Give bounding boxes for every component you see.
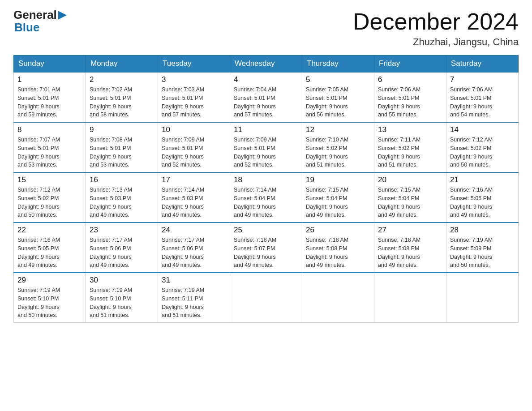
day-info: Sunrise: 7:11 AM Sunset: 5:02 PM Dayligh…	[378, 136, 442, 169]
day-number: 2	[90, 75, 154, 84]
calendar-week-row-4: 22 Sunrise: 7:16 AM Sunset: 5:05 PM Dayl…	[14, 223, 519, 273]
calendar-cell: 16 Sunrise: 7:13 AM Sunset: 5:03 PM Dayl…	[86, 172, 158, 223]
day-info: Sunrise: 7:18 AM Sunset: 5:07 PM Dayligh…	[234, 236, 298, 270]
day-info: Sunrise: 7:19 AM Sunset: 5:10 PM Dayligh…	[17, 286, 82, 320]
day-number: 31	[162, 276, 226, 285]
calendar-cell: 18 Sunrise: 7:14 AM Sunset: 5:04 PM Dayl…	[230, 172, 302, 223]
day-info: Sunrise: 7:12 AM Sunset: 5:02 PM Dayligh…	[17, 186, 82, 219]
calendar-cell: 28 Sunrise: 7:19 AM Sunset: 5:09 PM Dayl…	[446, 223, 519, 273]
calendar-cell: 3 Sunrise: 7:03 AM Sunset: 5:01 PM Dayli…	[158, 72, 230, 122]
day-info: Sunrise: 7:06 AM Sunset: 5:01 PM Dayligh…	[450, 86, 515, 119]
calendar-cell: 21 Sunrise: 7:16 AM Sunset: 5:05 PM Dayl…	[446, 172, 519, 223]
day-info: Sunrise: 7:12 AM Sunset: 5:02 PM Dayligh…	[450, 136, 515, 169]
day-info: Sunrise: 7:04 AM Sunset: 5:01 PM Dayligh…	[234, 86, 298, 119]
day-info: Sunrise: 7:15 AM Sunset: 5:04 PM Dayligh…	[306, 186, 370, 219]
calendar-header-row: Sunday Monday Tuesday Wednesday Thursday…	[14, 56, 519, 73]
calendar-cell: 12 Sunrise: 7:10 AM Sunset: 5:02 PM Dayl…	[302, 122, 374, 172]
logo-general-text: General	[13, 9, 57, 21]
calendar-cell: 9 Sunrise: 7:08 AM Sunset: 5:01 PM Dayli…	[86, 122, 158, 172]
calendar-cell: 10 Sunrise: 7:09 AM Sunset: 5:01 PM Dayl…	[158, 122, 230, 172]
day-info: Sunrise: 7:16 AM Sunset: 5:05 PM Dayligh…	[17, 236, 82, 270]
col-wednesday: Wednesday	[230, 56, 302, 73]
day-number: 6	[378, 75, 442, 84]
calendar-cell: 14 Sunrise: 7:12 AM Sunset: 5:02 PM Dayl…	[446, 122, 519, 172]
header: General Blue December 2024 Zhuzhai, Jian…	[13, 9, 519, 48]
calendar-cell: 25 Sunrise: 7:18 AM Sunset: 5:07 PM Dayl…	[230, 223, 302, 273]
calendar-cell: 29 Sunrise: 7:19 AM Sunset: 5:10 PM Dayl…	[14, 273, 86, 323]
calendar-cell: 20 Sunrise: 7:15 AM Sunset: 5:04 PM Dayl…	[374, 172, 446, 223]
day-info: Sunrise: 7:02 AM Sunset: 5:01 PM Dayligh…	[90, 86, 154, 119]
calendar-cell	[302, 273, 374, 323]
day-number: 12	[306, 125, 370, 134]
col-thursday: Thursday	[302, 56, 374, 73]
calendar-week-row-3: 15 Sunrise: 7:12 AM Sunset: 5:02 PM Dayl…	[14, 172, 519, 223]
day-number: 27	[378, 226, 442, 235]
col-saturday: Saturday	[446, 56, 519, 73]
day-number: 8	[17, 125, 82, 134]
day-info: Sunrise: 7:16 AM Sunset: 5:05 PM Dayligh…	[450, 186, 515, 219]
day-number: 10	[162, 125, 226, 134]
day-number: 7	[450, 75, 515, 84]
day-info: Sunrise: 7:13 AM Sunset: 5:03 PM Dayligh…	[90, 186, 154, 219]
day-number: 22	[17, 226, 82, 235]
day-number: 1	[17, 75, 82, 84]
day-info: Sunrise: 7:19 AM Sunset: 5:10 PM Dayligh…	[90, 286, 154, 320]
calendar-cell: 27 Sunrise: 7:18 AM Sunset: 5:08 PM Dayl…	[374, 223, 446, 273]
day-info: Sunrise: 7:19 AM Sunset: 5:11 PM Dayligh…	[162, 286, 226, 320]
day-info: Sunrise: 7:03 AM Sunset: 5:01 PM Dayligh…	[162, 86, 226, 119]
day-number: 4	[234, 75, 298, 84]
day-info: Sunrise: 7:19 AM Sunset: 5:09 PM Dayligh…	[450, 236, 515, 270]
day-info: Sunrise: 7:15 AM Sunset: 5:04 PM Dayligh…	[378, 186, 442, 219]
calendar-week-row-1: 1 Sunrise: 7:01 AM Sunset: 5:01 PM Dayli…	[14, 72, 519, 122]
calendar-cell: 26 Sunrise: 7:18 AM Sunset: 5:08 PM Dayl…	[302, 223, 374, 273]
calendar-cell: 23 Sunrise: 7:17 AM Sunset: 5:06 PM Dayl…	[86, 223, 158, 273]
logo: General Blue	[13, 9, 67, 34]
day-info: Sunrise: 7:10 AM Sunset: 5:02 PM Dayligh…	[306, 136, 370, 169]
day-number: 9	[90, 125, 154, 134]
col-monday: Monday	[86, 56, 158, 73]
day-number: 25	[234, 226, 298, 235]
calendar-cell: 15 Sunrise: 7:12 AM Sunset: 5:02 PM Dayl…	[14, 172, 86, 223]
title-block: December 2024 Zhuzhai, Jiangsu, China	[353, 9, 519, 48]
calendar-cell	[374, 273, 446, 323]
day-number: 11	[234, 125, 298, 134]
day-number: 15	[17, 176, 82, 184]
day-number: 14	[450, 125, 515, 134]
day-info: Sunrise: 7:07 AM Sunset: 5:01 PM Dayligh…	[17, 136, 82, 169]
day-number: 23	[90, 226, 154, 235]
logo-wrapper: General Blue	[13, 9, 67, 34]
day-info: Sunrise: 7:17 AM Sunset: 5:06 PM Dayligh…	[162, 236, 226, 270]
day-number: 28	[450, 226, 515, 235]
calendar-cell: 31 Sunrise: 7:19 AM Sunset: 5:11 PM Dayl…	[158, 273, 230, 323]
calendar-cell	[230, 273, 302, 323]
day-info: Sunrise: 7:09 AM Sunset: 5:01 PM Dayligh…	[162, 136, 226, 169]
day-number: 19	[306, 176, 370, 184]
calendar-cell: 4 Sunrise: 7:04 AM Sunset: 5:01 PM Dayli…	[230, 72, 302, 122]
calendar-cell: 2 Sunrise: 7:02 AM Sunset: 5:01 PM Dayli…	[86, 72, 158, 122]
calendar-cell: 7 Sunrise: 7:06 AM Sunset: 5:01 PM Dayli…	[446, 72, 519, 122]
day-number: 26	[306, 226, 370, 235]
day-number: 24	[162, 226, 226, 235]
calendar-cell: 30 Sunrise: 7:19 AM Sunset: 5:10 PM Dayl…	[86, 273, 158, 323]
calendar-cell: 5 Sunrise: 7:05 AM Sunset: 5:01 PM Dayli…	[302, 72, 374, 122]
calendar-cell: 13 Sunrise: 7:11 AM Sunset: 5:02 PM Dayl…	[374, 122, 446, 172]
day-info: Sunrise: 7:18 AM Sunset: 5:08 PM Dayligh…	[306, 236, 370, 270]
day-number: 5	[306, 75, 370, 84]
day-info: Sunrise: 7:01 AM Sunset: 5:01 PM Dayligh…	[17, 86, 82, 119]
day-info: Sunrise: 7:08 AM Sunset: 5:01 PM Dayligh…	[90, 136, 154, 169]
calendar-cell: 22 Sunrise: 7:16 AM Sunset: 5:05 PM Dayl…	[14, 223, 86, 273]
calendar-cell: 24 Sunrise: 7:17 AM Sunset: 5:06 PM Dayl…	[158, 223, 230, 273]
day-number: 20	[378, 176, 442, 184]
calendar-week-row-2: 8 Sunrise: 7:07 AM Sunset: 5:01 PM Dayli…	[14, 122, 519, 172]
day-number: 18	[234, 176, 298, 184]
col-tuesday: Tuesday	[158, 56, 230, 73]
day-info: Sunrise: 7:09 AM Sunset: 5:01 PM Dayligh…	[234, 136, 298, 169]
day-number: 13	[378, 125, 442, 134]
day-number: 3	[162, 75, 226, 84]
calendar-week-row-5: 29 Sunrise: 7:19 AM Sunset: 5:10 PM Dayl…	[14, 273, 519, 323]
svg-marker-0	[58, 11, 67, 20]
calendar-cell: 1 Sunrise: 7:01 AM Sunset: 5:01 PM Dayli…	[14, 72, 86, 122]
calendar-cell: 8 Sunrise: 7:07 AM Sunset: 5:01 PM Dayli…	[14, 122, 86, 172]
day-info: Sunrise: 7:18 AM Sunset: 5:08 PM Dayligh…	[378, 236, 442, 270]
calendar-cell	[446, 273, 519, 323]
